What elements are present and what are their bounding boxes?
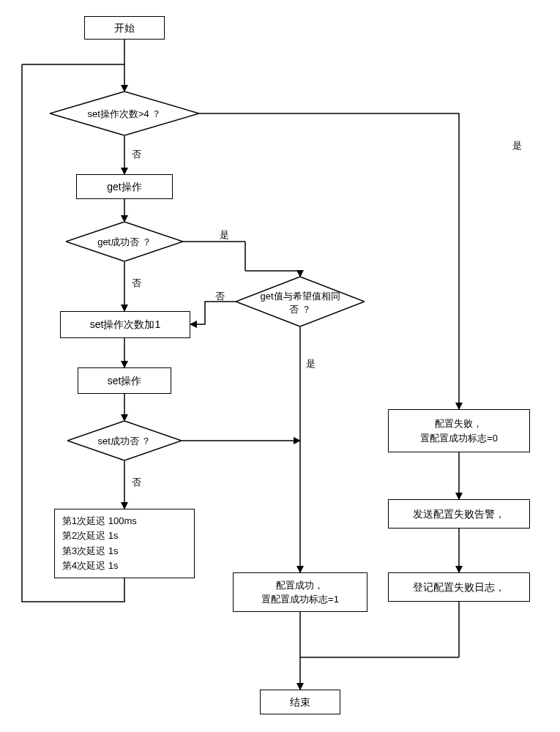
config-fail-node: 配置失败， 置配置成功标志=0 — [388, 409, 530, 452]
label-no-1: 否 — [132, 148, 141, 161]
end-node: 结束 — [260, 690, 340, 714]
set-op-label: set操作 — [108, 374, 142, 387]
send-alarm-label: 发送配置失败告警， — [413, 507, 505, 520]
delay-line-3: 第3次延迟 1s — [62, 544, 137, 559]
config-ok-label: 配置成功， 置配置成功标志=1 — [261, 578, 339, 607]
delay-line-4: 第4次延迟 1s — [62, 559, 137, 573]
label-yes-1: 是 — [512, 139, 522, 152]
send-alarm-node: 发送配置失败告警， — [388, 499, 530, 529]
label-no-4: 否 — [132, 476, 141, 489]
start-label: 开始 — [114, 21, 135, 34]
start-node: 开始 — [84, 16, 165, 40]
decision-get-eq-expected-label: get值与希望值相同 否 ？ — [236, 290, 365, 315]
delay-node: 第1次延迟 100ms 第2次延迟 1s 第3次延迟 1s 第4次延迟 1s — [54, 509, 195, 578]
log-fail-label: 登记配置失败日志， — [413, 580, 505, 594]
decision-set-count-gt4-label: set操作次数>4 ？ — [50, 108, 199, 121]
decision-set-ok: set成功否 ？ — [67, 421, 182, 460]
delay-line-2: 第2次延迟 1s — [62, 529, 137, 543]
decision-set-ok-label: set成功否 ？ — [67, 435, 182, 448]
log-fail-node: 登记配置失败日志， — [388, 572, 530, 602]
decision-get-eq-expected: get值与希望值相同 否 ？ — [236, 277, 365, 326]
decision-get-ok: get成功否 ？ — [66, 222, 183, 261]
set-count-inc-label: set操作次数加1 — [90, 318, 160, 331]
label-yes-3: 是 — [306, 357, 316, 370]
get-op-node: get操作 — [76, 174, 173, 199]
delay-line-1: 第1次延迟 100ms — [62, 514, 137, 529]
set-count-inc-node: set操作次数加1 — [60, 311, 190, 338]
end-label: 结束 — [290, 695, 310, 709]
set-op-node: set操作 — [78, 367, 171, 394]
label-no-2: 否 — [132, 277, 141, 290]
label-no-3: 否 — [215, 290, 225, 303]
decision-get-ok-label: get成功否 ？ — [66, 236, 183, 249]
config-ok-node: 配置成功， 置配置成功标志=1 — [233, 572, 367, 612]
decision-set-count-gt4: set操作次数>4 ？ — [50, 92, 199, 135]
get-op-label: get操作 — [107, 180, 141, 193]
config-fail-label: 配置失败， 置配置成功标志=0 — [420, 417, 498, 445]
label-yes-2: 是 — [220, 228, 229, 242]
